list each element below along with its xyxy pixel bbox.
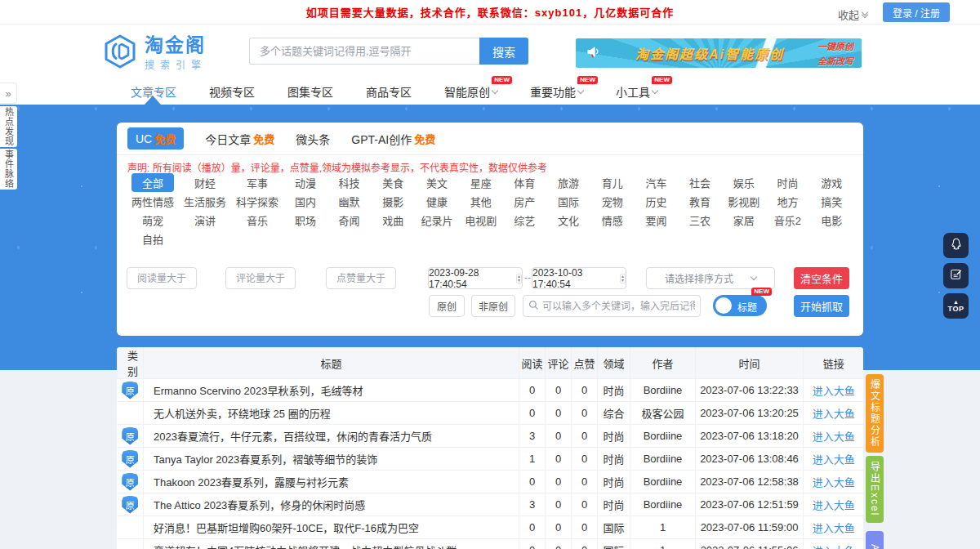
domain-label: 国际 — [598, 539, 630, 549]
category-item[interactable]: 星座 — [459, 173, 503, 192]
category-item[interactable]: 综艺 — [502, 211, 546, 230]
category-item[interactable]: 两性情感 — [127, 192, 179, 211]
category-item[interactable]: 自拍 — [127, 230, 179, 248]
results-table: 类别标题阅读评论点赞领域作者时间链接 原 Ermanno Scervino 20… — [117, 347, 863, 549]
notice-bar: 如项目需要大量数据，技术合作，联系微信：sxyb101，几亿数据可合作 — [0, 0, 980, 25]
category-item[interactable]: 娱乐 — [722, 173, 766, 192]
category-item[interactable]: 军事 — [231, 173, 283, 192]
category-item[interactable]: 其他 — [459, 192, 503, 211]
source-tab[interactable]: 微头条 — [296, 131, 330, 147]
nav-item[interactable]: 智能原创 NEW — [444, 83, 497, 100]
login-register-button[interactable]: 登录 / 注册 — [883, 2, 950, 22]
ad-banner[interactable]: 淘金阁超级Ai智能原创 一键原创 全新改写 — [576, 38, 862, 68]
nav-item[interactable]: 重要功能 NEW — [530, 83, 583, 100]
category-item[interactable]: 音乐2 — [766, 211, 810, 230]
spinner-icon[interactable]: ▴▾ — [620, 274, 626, 283]
category-item[interactable]: 教育 — [678, 192, 722, 211]
left-dock-tab[interactable]: 事件脉络 — [0, 149, 17, 190]
category-item[interactable]: 家居 — [722, 211, 766, 230]
source-tab[interactable]: UC 免费 — [127, 127, 184, 150]
open-source-link[interactable]: 进入大鱼 — [813, 385, 855, 397]
category-item[interactable]: 影视剧 — [722, 192, 766, 211]
category-item[interactable]: 科学探索 — [231, 192, 283, 211]
category-item[interactable]: 情感 — [590, 211, 635, 230]
category-item[interactable]: 搞笑 — [809, 192, 853, 211]
category-item[interactable]: 地方 — [766, 192, 810, 211]
keyword-input[interactable] — [542, 301, 695, 312]
category-item[interactable]: 健康 — [415, 192, 459, 211]
search-input[interactable] — [249, 38, 479, 65]
original-filter-button[interactable]: 原创 — [429, 295, 465, 317]
category-item[interactable]: 电影 — [809, 211, 853, 230]
category-item[interactable]: 职场 — [283, 211, 327, 230]
category-item[interactable]: 音乐 — [231, 211, 283, 230]
open-source-link[interactable]: 进入大鱼 — [813, 476, 855, 489]
nav-item[interactable]: 小工具 NEW — [616, 83, 657, 100]
sort-select[interactable]: 请选择排序方式 — [646, 267, 775, 289]
category-item[interactable]: 游戏 — [809, 173, 853, 192]
open-source-link[interactable]: 进入大鱼 — [813, 499, 855, 511]
category-item[interactable]: 动漫 — [283, 173, 327, 192]
back-to-top-button[interactable]: ▲ TOP — [943, 293, 969, 319]
left-dock-expand-icon[interactable]: » — [0, 83, 17, 104]
qq-contact-button[interactable] — [943, 233, 969, 258]
date-from-input[interactable]: 2023-09-28 17:40:54 ▴▾ — [428, 267, 523, 289]
side-action-tab[interactable]: 爆文标题分析 — [866, 374, 884, 453]
category-item[interactable]: 三农 — [678, 211, 722, 230]
collapse-toggle[interactable]: 收起 — [838, 7, 867, 22]
category-item[interactable]: 文化 — [546, 211, 590, 230]
category-item[interactable]: 汽车 — [635, 173, 679, 192]
open-source-link[interactable]: 进入大鱼 — [813, 545, 855, 549]
feedback-button[interactable] — [943, 263, 969, 288]
category-item[interactable]: 科技 — [327, 173, 372, 192]
category-item[interactable]: 国际 — [546, 192, 590, 211]
clear-filters-button[interactable]: 清空条件 — [794, 267, 849, 289]
category-item[interactable]: 美文 — [415, 173, 459, 192]
category-item[interactable]: 社会 — [678, 173, 722, 192]
category-item[interactable]: 奇闻 — [327, 211, 372, 230]
category-item[interactable]: 财经 — [179, 173, 231, 192]
source-tab[interactable]: 今日文章 免费 — [205, 131, 274, 147]
category-item[interactable]: 宠物 — [590, 192, 635, 211]
nav-item[interactable]: 图集专区 — [287, 83, 333, 100]
category-item[interactable]: 历史 — [635, 192, 679, 211]
open-source-link[interactable]: 进入大鱼 — [813, 408, 855, 420]
nav-item[interactable]: 商品专区 — [366, 83, 412, 100]
search-button[interactable]: 搜索 — [479, 38, 528, 65]
category-item[interactable]: 房产 — [502, 192, 546, 211]
category-item[interactable]: 纪录片 — [415, 211, 459, 230]
source-tab[interactable]: GPT-AI创作 免费 — [351, 131, 435, 147]
open-source-link[interactable]: 进入大鱼 — [813, 522, 855, 534]
category-item[interactable]: 要闻 — [635, 211, 679, 230]
comments-filter-input[interactable] — [225, 267, 296, 289]
category-item[interactable]: 体育 — [502, 173, 546, 192]
non-original-filter-button[interactable]: 非原创 — [471, 295, 515, 317]
category-item[interactable]: 演讲 — [179, 211, 231, 230]
category-item[interactable]: 旅游 — [546, 173, 590, 192]
date-to-input[interactable]: 2023-10-03 17:40:54 ▴▾ — [532, 267, 626, 289]
category-item[interactable]: 美食 — [371, 173, 415, 192]
category-item[interactable]: 幽默 — [327, 192, 372, 211]
nav-item[interactable]: 视频专区 — [209, 83, 255, 100]
category-item[interactable]: 戏曲 — [371, 211, 415, 230]
spinner-icon[interactable]: ▴▾ — [516, 274, 522, 283]
left-dock-tab[interactable]: 热点发现 — [0, 106, 17, 147]
likes-filter-input[interactable] — [326, 267, 396, 289]
logo[interactable]: 淘金阁 搜索引擎 — [102, 33, 207, 73]
category-item[interactable]: 国内 — [283, 192, 327, 211]
category-item[interactable]: 时尚 — [766, 173, 810, 192]
category-item[interactable]: 生活服务 — [179, 192, 231, 211]
table-header-row: 类别标题阅读评论点赞领域作者时间链接 — [118, 347, 864, 379]
category-item[interactable]: 摄影 — [371, 192, 415, 211]
category-item[interactable]: 育儿 — [590, 173, 635, 192]
category-item[interactable]: 全部 — [127, 173, 179, 192]
side-action-tab[interactable]: API需求 — [866, 531, 884, 549]
category-item[interactable]: 电视剧 — [459, 211, 503, 230]
open-source-link[interactable]: 进入大鱼 — [813, 453, 855, 466]
start-scrape-button[interactable]: 开始抓取 — [794, 295, 849, 317]
open-source-link[interactable]: 进入大鱼 — [813, 431, 855, 443]
title-search-toggle[interactable]: 标题 NEW — [713, 295, 767, 316]
reads-filter-input[interactable] — [127, 267, 197, 289]
category-item[interactable]: 萌宠 — [127, 211, 179, 230]
side-action-tab[interactable]: 导出Excel — [866, 456, 884, 523]
